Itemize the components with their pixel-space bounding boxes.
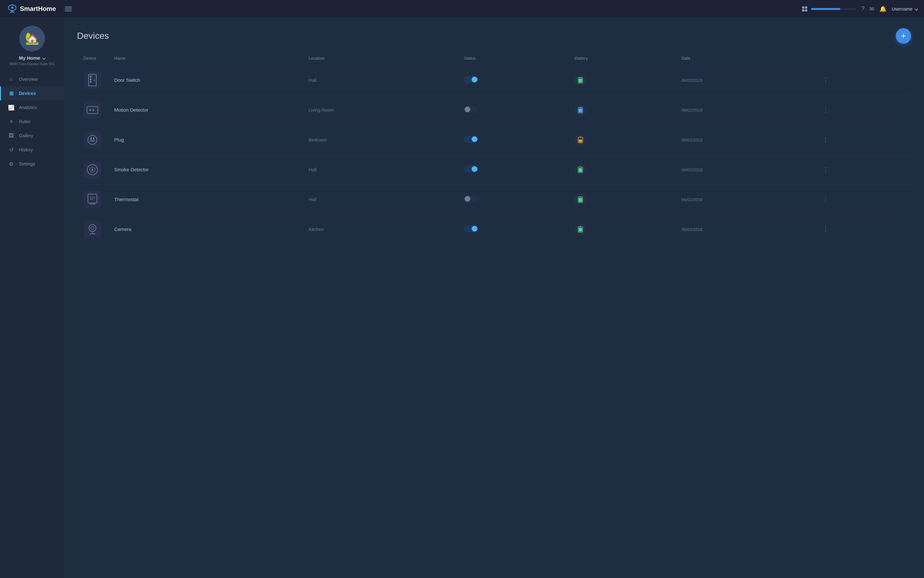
toggle-switch[interactable] <box>464 76 478 83</box>
sidebar-icon-devices: ⊞ <box>8 90 15 97</box>
mail-icon[interactable]: ✉ <box>869 5 874 13</box>
device-location: Bedroom <box>309 137 327 143</box>
device-icon-plug <box>83 131 101 149</box>
svg-point-1 <box>11 7 13 9</box>
menu-button[interactable] <box>63 5 73 13</box>
device-status-cell[interactable] <box>458 125 568 155</box>
device-date-cell: 06/02/2018 <box>675 65 814 95</box>
svg-rect-5 <box>805 9 807 11</box>
toggle-switch[interactable] <box>464 166 478 172</box>
device-icon-smoke-detector <box>83 161 101 179</box>
battery-icon <box>575 194 586 205</box>
svg-rect-2 <box>802 6 804 9</box>
sidebar-nav: ⌂ Overview ⊞ Devices 📈 Analytics ≡ Rules… <box>0 72 64 171</box>
col-header-device: Device <box>77 51 108 65</box>
battery-icon <box>575 104 586 116</box>
user-menu[interactable]: Username <box>892 6 918 11</box>
more-options-button[interactable]: ⋮ <box>820 224 831 234</box>
sidebar-item-gallery[interactable]: 🖼 Gallery <box>0 128 64 143</box>
logo: SmartHome <box>6 3 56 15</box>
svg-rect-23 <box>91 137 92 140</box>
device-battery-cell <box>568 65 675 95</box>
device-actions-cell[interactable]: ⋮ <box>814 125 911 155</box>
logo-icon <box>6 3 18 15</box>
device-icon-motion-detector <box>83 101 101 119</box>
notification-icon[interactable]: 🔔 <box>879 5 887 13</box>
device-actions-cell[interactable]: ⋮ <box>814 214 911 244</box>
device-actions-cell[interactable]: ⋮ <box>814 155 911 185</box>
device-status-cell[interactable] <box>458 65 568 95</box>
device-actions-cell[interactable]: ⋮ <box>814 185 911 214</box>
avatar: 🏡 <box>19 26 45 51</box>
home-address: 9898 Trent Bypass Suite 541 <box>6 62 58 66</box>
home-name[interactable]: My Home <box>19 55 45 61</box>
device-location: Hall <box>309 197 316 202</box>
svg-rect-3 <box>805 6 807 9</box>
progress-bar-fill <box>811 8 840 10</box>
svg-point-41 <box>89 224 96 232</box>
col-header-actions <box>814 51 911 65</box>
device-battery-cell <box>568 95 675 125</box>
more-options-button[interactable]: ⋮ <box>820 105 831 115</box>
device-icon-cell <box>77 125 108 155</box>
sidebar-item-settings[interactable]: ⚙ Settings <box>0 157 64 171</box>
help-icon[interactable]: ? <box>861 5 864 12</box>
device-status-cell[interactable] <box>458 214 568 244</box>
table-row: Smoke DetectorHall06/02/2018⋮ <box>77 155 911 185</box>
more-options-button[interactable]: ⋮ <box>820 75 831 85</box>
sidebar-icon-analytics: 📈 <box>8 104 15 110</box>
device-name-cell: Thermostat <box>108 185 302 214</box>
device-name: Door Switch <box>114 77 140 83</box>
toggle-switch[interactable] <box>464 106 478 113</box>
device-icon-door-switch <box>83 71 101 89</box>
sidebar-label-devices: Devices <box>19 91 36 96</box>
device-icon-thermostat: 32° <box>83 190 101 208</box>
table-row: CameraKitchen06/02/2018⋮ <box>77 214 911 244</box>
device-status-cell[interactable] <box>458 185 568 214</box>
svg-rect-7 <box>90 76 91 78</box>
more-options-button[interactable]: ⋮ <box>820 195 831 204</box>
svg-rect-4 <box>802 9 804 11</box>
main-content: Devices + DeviceNameLocationStatusBatter… <box>64 18 924 578</box>
table-body: Door SwitchHall06/02/2018⋮Motion Detecto… <box>77 65 911 244</box>
device-name-cell: Plug <box>108 125 302 155</box>
sidebar-icon-settings: ⚙ <box>8 161 15 167</box>
top-navbar: SmartHome ? ✉ 🔔 Username <box>0 0 924 18</box>
battery-icon <box>575 75 586 86</box>
device-location: Hall <box>309 78 316 83</box>
device-actions-cell[interactable]: ⋮ <box>814 95 911 125</box>
sidebar-item-analytics[interactable]: 📈 Analytics <box>0 101 64 115</box>
battery-icon <box>575 224 586 235</box>
device-battery-cell <box>568 155 675 185</box>
device-icon-camera <box>83 220 101 238</box>
more-options-button[interactable]: ⋮ <box>820 135 831 144</box>
svg-text:32°: 32° <box>89 196 95 201</box>
device-date-cell: 06/02/2018 <box>675 214 814 244</box>
sidebar-item-devices[interactable]: ⊞ Devices <box>0 86 64 101</box>
col-header-battery: Battery <box>568 51 675 65</box>
device-location: Kitchen <box>309 227 324 232</box>
sidebar-item-overview[interactable]: ⌂ Overview <box>0 72 64 86</box>
sidebar-label-history: History <box>19 147 33 153</box>
chevron-down-icon <box>914 7 918 11</box>
sidebar-item-rules[interactable]: ≡ Rules <box>0 115 64 128</box>
device-name: Motion Detector <box>114 107 148 113</box>
col-header-status: Status <box>458 51 568 65</box>
device-icon-cell: 32° <box>77 185 108 214</box>
device-actions-cell[interactable]: ⋮ <box>814 65 911 95</box>
toggle-switch[interactable] <box>464 136 478 143</box>
device-status-cell[interactable] <box>458 155 568 185</box>
table-row: 32°ThermostatHall06/02/2018⋮ <box>77 185 911 214</box>
svg-rect-25 <box>90 141 95 141</box>
sidebar-item-history[interactable]: ↺ History <box>0 143 64 157</box>
more-options-button[interactable]: ⋮ <box>820 165 831 174</box>
username-label: Username <box>892 6 913 11</box>
device-name-cell: Camera <box>108 214 302 244</box>
sidebar-label-gallery: Gallery <box>19 133 33 138</box>
sidebar-icon-history: ↺ <box>8 146 15 153</box>
add-device-button[interactable]: + <box>896 28 911 44</box>
toggle-switch[interactable] <box>464 195 478 202</box>
device-status-cell[interactable] <box>458 95 568 125</box>
toggle-switch[interactable] <box>464 225 478 232</box>
sidebar-icon-gallery: 🖼 <box>8 133 15 139</box>
